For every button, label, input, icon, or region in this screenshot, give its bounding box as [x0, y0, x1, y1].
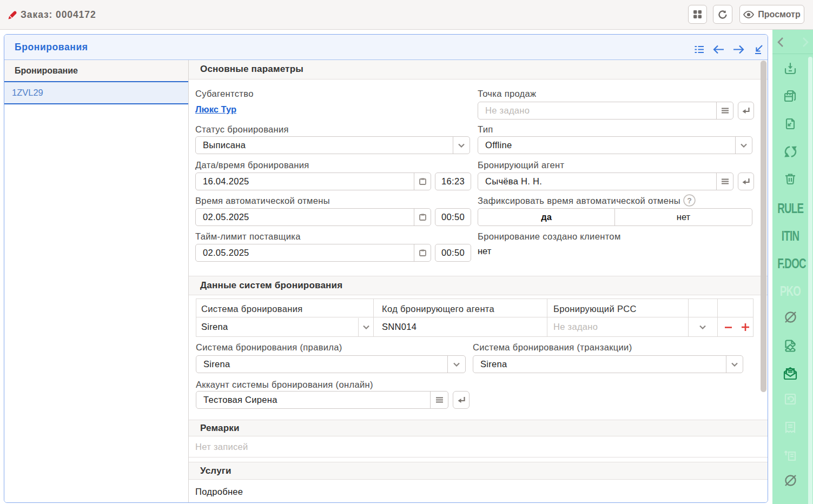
svg-text:?: ? [687, 196, 692, 205]
